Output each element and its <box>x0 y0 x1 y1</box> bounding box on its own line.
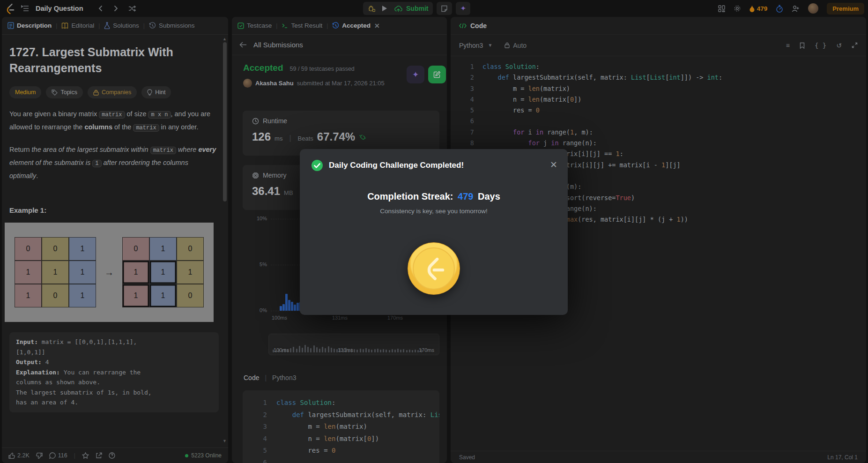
streak-days-count: 479 <box>456 191 475 202</box>
completion-streak: Completion Streak: 479 Days <box>300 191 568 202</box>
daily-challenge-modal: Daily Coding Challenge Completed! ✕ Comp… <box>300 149 568 315</box>
success-check-icon <box>311 159 323 172</box>
leetcode-app: Daily Question <box>0 0 868 463</box>
modal-subtitle: Consistency is key, see you tomorrow! <box>300 208 568 215</box>
leetcoin-medal <box>408 242 460 295</box>
leetcode-coin-logo-icon <box>420 255 447 282</box>
modal-title: Daily Coding Challenge Completed! <box>329 161 464 170</box>
modal-close-icon[interactable]: ✕ <box>550 159 557 170</box>
